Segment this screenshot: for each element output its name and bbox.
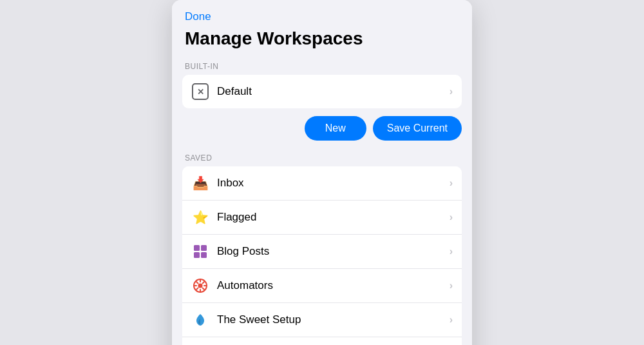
sweet-setup-icon [191,311,209,329]
manage-workspaces-modal: Done Manage Workspaces BUILT-IN ✕ Defaul… [172,0,472,345]
builtin-list: ✕ Default › [182,75,462,108]
svg-rect-3 [201,252,207,258]
flagged-icon: ⭐ [191,208,209,226]
list-item-sweet-setup[interactable]: The Sweet Setup › [182,303,462,337]
item-label-sweet-setup: The Sweet Setup [217,313,450,326]
list-item-flagged[interactable]: ⭐ Flagged › [182,201,462,235]
item-label-flagged: Flagged [217,211,450,224]
chevron-icon-sweet-setup: › [450,314,453,326]
chevron-icon-automators: › [450,280,453,291]
list-item-inbox[interactable]: 📥 Inbox › [182,166,462,201]
list-item-blog-posts[interactable]: Blog Posts › [182,235,462,269]
chevron-icon-blog-posts: › [450,246,453,257]
svg-point-5 [198,284,203,288]
new-button[interactable]: New [305,116,366,141]
page-title: Manage Workspaces [185,28,459,49]
item-label-inbox: Inbox [217,177,450,190]
default-icon: ✕ [191,83,209,101]
done-button[interactable]: Done [185,10,211,23]
saved-section: SAVED 📥 Inbox › ⭐ Flagged › [172,148,472,345]
list-item-automators[interactable]: Automators › [182,269,462,303]
svg-rect-1 [201,245,207,251]
saved-section-label: SAVED [172,148,472,166]
modal-header: Done Manage Workspaces [172,0,472,49]
item-label-default: Default [217,85,450,98]
svg-rect-0 [194,245,200,251]
chevron-icon-inbox: › [450,177,453,189]
list-item-packing-list[interactable]: 🌴 Packing List › [182,337,462,345]
svg-rect-2 [194,252,200,258]
item-label-blog-posts: Blog Posts [217,245,450,258]
saved-list: 📥 Inbox › ⭐ Flagged › Blog Po [182,166,462,345]
blog-posts-icon [191,242,209,261]
builtin-section-label: BUILT-IN [172,57,472,75]
chevron-icon-default: › [450,86,453,97]
automators-icon [191,277,209,295]
chevron-icon-flagged: › [450,212,453,223]
save-current-button[interactable]: Save Current [373,116,462,141]
action-buttons-row: New Save Current [172,108,472,141]
list-item-default[interactable]: ✕ Default › [182,75,462,108]
item-label-automators: Automators [217,279,450,292]
inbox-icon: 📥 [191,174,209,192]
